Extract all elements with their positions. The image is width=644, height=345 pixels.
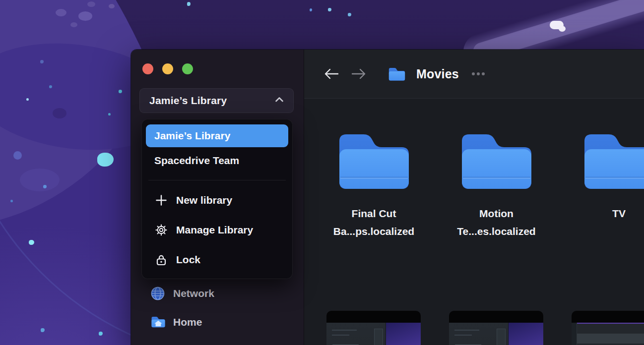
menu-item-lock[interactable]: Lock <box>146 245 288 275</box>
minimize-button[interactable] <box>162 63 173 74</box>
folder-icon <box>580 128 644 192</box>
ellipsis-icon <box>472 72 475 75</box>
sidebar-item-label: Home <box>173 316 202 328</box>
menu-item-new-library[interactable]: New library <box>146 185 288 215</box>
library-menu: Jamie’s Library Spacedrive Team New libr… <box>141 119 293 279</box>
spacedrive-window: Jamie’s Library Jamie’s Library Spacedri… <box>131 50 644 345</box>
menu-item-label: New library <box>176 194 232 206</box>
folder-tile-motion[interactable]: Motion Te...es.localized <box>435 128 558 240</box>
folder-label: Motion Te...es.localized <box>457 205 535 240</box>
menu-divider <box>148 180 286 180</box>
file-thumbnail[interactable] <box>326 311 421 345</box>
star <box>348 13 351 16</box>
folder-icon <box>335 128 413 192</box>
plus-icon <box>155 194 168 207</box>
file-grid: Final Cut Ba...ps.localized <box>304 99 644 345</box>
window-controls <box>142 63 193 74</box>
forward-button[interactable] <box>351 66 367 82</box>
library-switcher[interactable]: Jamie’s Library <box>139 88 294 113</box>
folder-tile-tv[interactable]: TV <box>558 128 644 223</box>
folder-label: TV <box>612 205 626 223</box>
zoom-button[interactable] <box>182 63 193 74</box>
menu-item-jamies-library[interactable]: Jamie’s Library <box>146 124 288 147</box>
arrow-right-icon <box>351 67 367 81</box>
more-options-button[interactable] <box>472 69 485 79</box>
back-button[interactable] <box>323 66 339 82</box>
desktop-background: Jamie’s Library Jamie’s Library Spacedri… <box>0 0 644 345</box>
file-thumbnail[interactable] <box>572 311 644 345</box>
menu-item-spacedrive-team[interactable]: Spacedrive Team <box>146 149 288 172</box>
close-button[interactable] <box>142 63 153 74</box>
folder-tile-final-cut[interactable]: Final Cut Ba...ps.localized <box>313 128 435 240</box>
menu-item-label: Lock <box>176 254 200 266</box>
gear-icon <box>155 224 168 236</box>
chevron-up-icon <box>273 95 285 107</box>
folder-icon <box>458 128 535 192</box>
menu-item-manage-library[interactable]: Manage Library <box>146 215 288 245</box>
library-switcher-label: Jamie’s Library <box>149 95 273 107</box>
arrow-left-icon <box>323 67 339 81</box>
file-thumbnail[interactable] <box>449 311 543 345</box>
star <box>328 8 331 11</box>
menu-item-label: Jamie’s Library <box>154 130 230 142</box>
menu-item-label: Spacedrive Team <box>154 155 239 167</box>
sidebar-item-network[interactable]: Network <box>131 282 304 305</box>
main-panel: Movies <box>304 50 644 345</box>
globe-icon <box>151 287 165 300</box>
toolbar: Movies <box>304 50 644 99</box>
menu-item-label: Manage Library <box>176 224 253 236</box>
page-title: Movies <box>416 67 459 81</box>
sidebar-item-label: Network <box>173 288 214 299</box>
ellipsis-icon <box>477 72 480 75</box>
sidebar: Jamie’s Library Jamie’s Library Spacedri… <box>131 50 304 345</box>
home-folder-icon <box>151 315 165 329</box>
star <box>187 2 191 6</box>
star <box>310 8 312 11</box>
folder-label: Final Cut Ba...ps.localized <box>333 205 414 240</box>
folder-icon <box>388 66 406 81</box>
sidebar-nav: Network Home <box>131 282 304 334</box>
comet-cloud-tail <box>559 26 566 32</box>
sidebar-item-home[interactable]: Home <box>131 311 304 334</box>
ellipsis-icon <box>482 72 485 75</box>
lock-icon <box>155 253 168 266</box>
